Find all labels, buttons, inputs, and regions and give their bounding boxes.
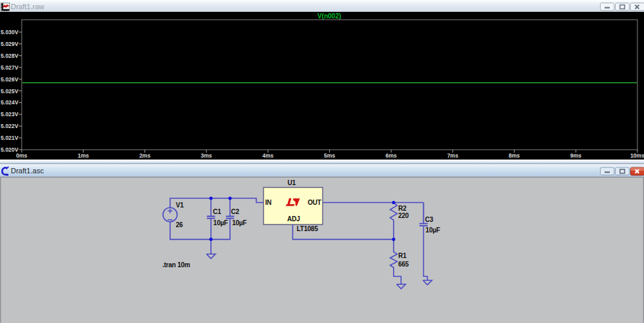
svg-text:2ms: 2ms [139,152,150,159]
svg-text:V1: V1 [176,202,184,209]
svg-text:10ms: 10ms [630,152,644,159]
svg-text:5.029V: 5.029V [1,41,18,47]
svg-text:C2: C2 [231,208,240,215]
svg-text:5.023V: 5.023V [1,111,18,118]
svg-text:U1: U1 [288,179,296,186]
svg-text:5.024V: 5.024V [1,99,18,106]
svg-text:ADJ: ADJ [287,215,300,223]
svg-text:5ms: 5ms [324,152,335,159]
svg-text:26: 26 [176,221,183,228]
svg-text:5.028V: 5.028V [1,53,18,59]
svg-text:C3: C3 [425,216,434,223]
svg-text:3ms: 3ms [201,152,212,159]
svg-text:10µF: 10µF [426,226,440,234]
svg-text:V(n002): V(n002) [317,12,341,20]
svg-text:8ms: 8ms [509,152,520,159]
svg-text:220: 220 [398,212,409,219]
svg-text:4ms: 4ms [262,152,273,159]
svg-text:.tran 10m: .tran 10m [162,261,191,269]
svg-text:0ms: 0ms [16,152,27,159]
svg-text:IN: IN [265,199,272,206]
svg-text:R2: R2 [398,205,407,212]
svg-text:665: 665 [398,261,409,268]
svg-text:OUT: OUT [308,199,321,206]
svg-text:5.021V: 5.021V [1,135,18,141]
svg-text:7ms: 7ms [447,152,458,159]
svg-text:1ms: 1ms [78,152,89,159]
svg-text:6ms: 6ms [386,152,397,159]
svg-text:5.027V: 5.027V [1,64,18,71]
svg-text:10µF: 10µF [232,219,246,226]
svg-text:10µF: 10µF [214,219,228,226]
svg-text:5.025V: 5.025V [1,88,18,95]
svg-text:5.026V: 5.026V [1,76,18,83]
svg-text:R1: R1 [398,252,407,259]
svg-text:C1: C1 [213,208,221,215]
svg-text:LT1085: LT1085 [297,225,319,232]
svg-text:9ms: 9ms [570,152,582,159]
svg-text:5.022V: 5.022V [1,123,18,129]
svg-text:5.030V: 5.030V [1,29,18,35]
